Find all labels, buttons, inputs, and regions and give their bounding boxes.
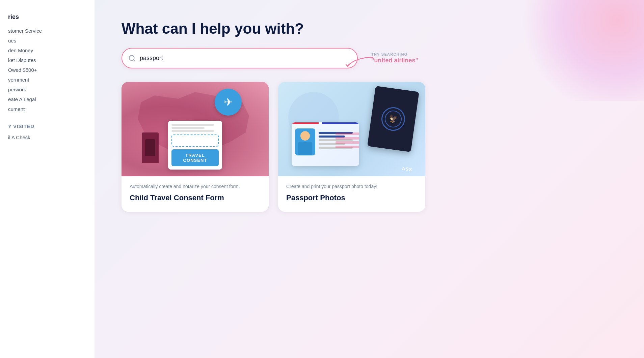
avatar-head [300,131,310,141]
sidebar-item-customer-service[interactable]: stomer Service [8,26,86,36]
flag-stripe [292,122,359,124]
card-travel-image: ✈ TRAVEL CONSENT [122,82,269,176]
page-title: What can I help you with? [122,20,617,37]
card-passport-description: Create and print your passport photo tod… [286,183,417,190]
building-silhouette [142,132,159,163]
sidebar-item-government[interactable]: vernment [8,75,86,85]
card-passport-title: Passport Photos [286,193,417,202]
airplane-circle: ✈ [215,89,242,116]
passport-label: ASS [402,166,412,172]
sidebar-recent-mail-check[interactable]: il A Check [8,132,86,142]
card-passport-content: Create and print your passport photo tod… [278,176,425,212]
passport-book: 🦅 [367,86,419,152]
id-stripes [336,132,359,163]
id-card [292,122,359,166]
sidebar-recently-section: y Visited il A Check [8,123,86,142]
sidebar-item-owed[interactable]: Owed $500+ [8,65,86,75]
sidebar-categories-section: ries stomer Service ues den Money ket Di… [8,13,86,114]
doc-lines [171,124,219,132]
doc-line-2 [171,127,205,129]
search-container [122,48,358,68]
sidebar-item-issues[interactable]: ues [8,36,86,46]
eagle-icon: 🦅 [388,114,398,124]
cards-grid: ✈ TRAVEL CONSENT Automatically create an… [122,82,425,212]
sidebar-recently-title: y Visited [8,123,86,129]
try-searching-label: TRY SEARCHING [371,52,408,56]
sidebar-item-ticket-disputes[interactable]: ket Disputes [8,55,86,65]
doc-line-3 [171,130,214,132]
svg-line-1 [133,60,135,61]
sidebar: ries stomer Service ues den Money ket Di… [0,0,95,358]
search-icon [128,55,136,62]
sidebar-item-document[interactable]: cument [8,104,86,114]
card-travel-content: Automatically create and notarize your c… [122,176,269,212]
doc-line-1 [171,124,214,126]
travel-document: TRAVEL CONSENT [168,121,222,170]
sidebar-item-legal[interactable]: eate A Legal [8,94,86,104]
passport-seal-inner: 🦅 [384,110,403,128]
sidebar-item-hidden-money[interactable]: den Money [8,46,86,55]
search-row: TRY SEARCHING "united airlines" [122,48,617,68]
card-travel-title: Child Travel Consent Form [130,193,261,202]
try-searching-value[interactable]: "united airlines" [371,57,418,64]
card-travel-consent[interactable]: ✈ TRAVEL CONSENT Automatically create an… [122,82,269,212]
airplane-icon: ✈ [224,96,233,109]
travel-consent-badge: TRAVEL CONSENT [171,149,219,166]
doc-dotted-area [171,135,219,147]
card-travel-description: Automatically create and notarize your c… [130,183,261,190]
card-passport-photos[interactable]: 🦅 ASS [278,82,425,212]
sidebar-item-paperwork[interactable]: perwork [8,85,86,94]
avatar-body [298,142,312,155]
id-photo [295,128,315,155]
card-passport-image: 🦅 ASS [278,82,425,176]
search-input[interactable] [122,48,358,68]
main-content: What can I help you with? TRY SEARCHING … [95,0,644,358]
sidebar-categories-title: ries [8,13,86,21]
arrow-icon [344,56,375,69]
try-searching-hint: TRY SEARCHING "united airlines" [371,52,418,64]
passport-seal: 🦅 [380,106,406,132]
